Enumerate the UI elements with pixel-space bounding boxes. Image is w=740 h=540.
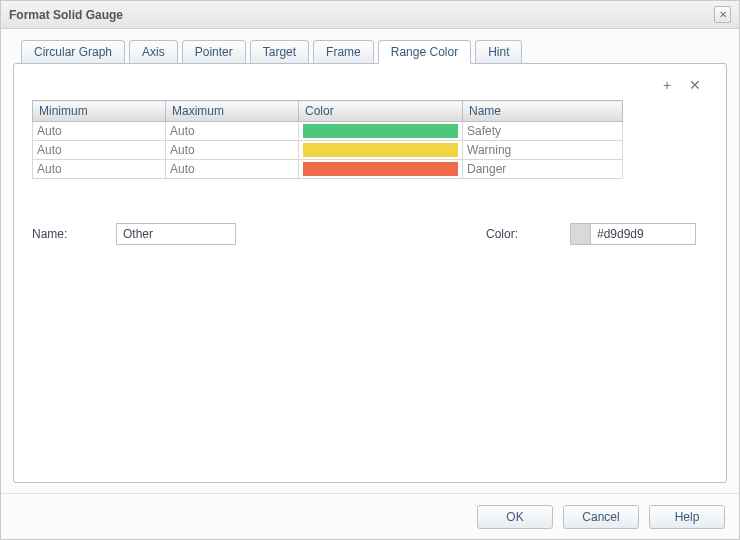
table-toolbar: + ✕ (32, 76, 708, 100)
cell-color-swatch[interactable] (299, 122, 463, 141)
cancel-button[interactable]: Cancel (563, 505, 639, 529)
cell-maximum[interactable]: Auto (166, 141, 299, 160)
dialog-button-bar: OK Cancel Help (1, 493, 739, 539)
cell-minimum[interactable]: Auto (33, 122, 166, 141)
cell-name[interactable]: Warning (463, 141, 623, 160)
tab-circular-graph[interactable]: Circular Graph (21, 40, 125, 64)
table-row[interactable]: AutoAutoDanger (33, 160, 623, 179)
table-row[interactable]: AutoAutoWarning (33, 141, 623, 160)
title-bar: Format Solid Gauge ✕ (1, 1, 739, 29)
color-label: Color: (486, 227, 550, 241)
dialog-window: Format Solid Gauge ✕ Circular GraphAxisP… (0, 0, 740, 540)
tab-target[interactable]: Target (250, 40, 309, 64)
table-row[interactable]: AutoAutoSafety (33, 122, 623, 141)
tab-hint[interactable]: Hint (475, 40, 522, 64)
cell-minimum[interactable]: Auto (33, 141, 166, 160)
close-icon[interactable]: ✕ (714, 6, 731, 23)
color-field[interactable]: #d9d9d9 (570, 223, 696, 245)
cell-name[interactable]: Safety (463, 122, 623, 141)
table-header-row: Minimum Maximum Color Name (33, 101, 623, 122)
name-label: Name: (32, 227, 96, 241)
name-field[interactable] (116, 223, 236, 245)
tab-pointer[interactable]: Pointer (182, 40, 246, 64)
tab-range-color[interactable]: Range Color (378, 40, 471, 64)
cell-color-swatch[interactable] (299, 141, 463, 160)
col-header-minimum[interactable]: Minimum (33, 101, 166, 122)
tab-frame[interactable]: Frame (313, 40, 374, 64)
cell-maximum[interactable]: Auto (166, 160, 299, 179)
dialog-body: Circular GraphAxisPointerTargetFrameRang… (1, 29, 739, 493)
ok-button[interactable]: OK (477, 505, 553, 529)
cell-name[interactable]: Danger (463, 160, 623, 179)
color-swatch-preview (571, 224, 591, 244)
col-header-maximum[interactable]: Maximum (166, 101, 299, 122)
tab-strip: Circular GraphAxisPointerTargetFrameRang… (13, 39, 727, 63)
range-table: Minimum Maximum Color Name AutoAutoSafet… (32, 100, 623, 179)
dialog-title: Format Solid Gauge (9, 8, 123, 22)
cell-color-swatch[interactable] (299, 160, 463, 179)
color-hex-value: #d9d9d9 (591, 227, 695, 241)
detail-form: Name: Color: #d9d9d9 (32, 223, 708, 245)
col-header-color[interactable]: Color (299, 101, 463, 122)
tab-axis[interactable]: Axis (129, 40, 178, 64)
tab-panel-range-color: + ✕ Minimum Maximum Color Name AutoAutoS… (13, 63, 727, 483)
add-icon[interactable]: + (660, 78, 674, 92)
cell-maximum[interactable]: Auto (166, 122, 299, 141)
help-button[interactable]: Help (649, 505, 725, 529)
cell-minimum[interactable]: Auto (33, 160, 166, 179)
col-header-name[interactable]: Name (463, 101, 623, 122)
remove-icon[interactable]: ✕ (688, 78, 702, 92)
